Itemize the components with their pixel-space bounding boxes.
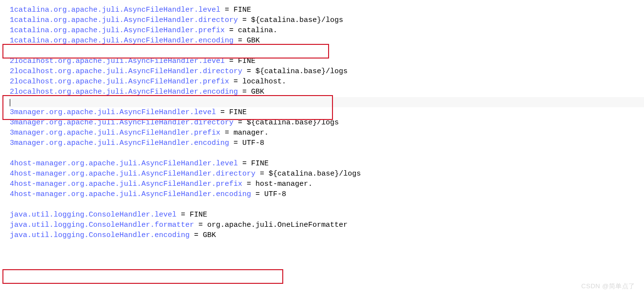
code-line[interactable] [10,97,644,107]
code-line[interactable]: java.util.logging.ConsoleHandler.encodin… [10,230,644,240]
equals-sign: = [190,231,203,239]
code-line[interactable] [10,199,644,210]
code-line[interactable] [10,46,644,56]
equals-sign: = [225,57,238,65]
code-line[interactable]: 3manager.org.apache.juli.AsyncFileHandle… [10,107,644,118]
code-line[interactable]: 4host-manager.org.apache.juli.AsyncFileH… [10,179,644,189]
code-line[interactable]: java.util.logging.ConsoleHandler.formatt… [10,220,644,230]
property-key: java.util.logging.ConsoleHandler.level [10,211,176,219]
property-value: FINE [229,108,247,117]
property-value: ${catalina.base}/logs [251,16,343,24]
code-line[interactable]: 3manager.org.apache.juli.AsyncFileHandle… [10,118,644,128]
code-line[interactable]: 2localhost.org.apache.juli.AsyncFileHand… [10,77,644,87]
code-line[interactable]: 4host-manager.org.apache.juli.AsyncFileH… [10,169,644,179]
property-key: java.util.logging.ConsoleHandler.formatt… [10,221,194,229]
equals-sign: = [176,211,190,219]
equals-sign: = [225,26,238,35]
equals-sign: = [229,78,242,86]
code-editor[interactable]: 1catalina.org.apache.juli.AsyncFileHandl… [0,0,644,240]
equals-sign: = [238,16,251,24]
property-key: 1catalina.org.apache.juli.AsyncFileHandl… [10,6,220,14]
equals-sign: = [216,108,229,117]
equals-sign: = [255,170,269,178]
property-key: 1catalina.org.apache.juli.AsyncFileHandl… [10,37,234,45]
property-key: 3manager.org.apache.juli.AsyncFileHandle… [10,119,234,127]
property-value: org.apache.juli.OneLineFormatter [207,221,348,229]
equals-sign: = [242,180,255,188]
property-key: 3manager.org.apache.juli.AsyncFileHandle… [10,139,229,147]
equals-sign: = [234,119,247,127]
equals-sign: = [194,221,207,229]
property-key: 4host-manager.org.apache.juli.AsyncFileH… [10,170,255,178]
equals-sign: = [251,190,264,198]
equals-sign: = [220,129,234,137]
property-value: GBK [203,231,216,239]
code-line[interactable]: 3manager.org.apache.juli.AsyncFileHandle… [10,128,644,138]
property-key: 3manager.org.apache.juli.AsyncFileHandle… [10,129,220,137]
property-key: 1catalina.org.apache.juli.AsyncFileHandl… [10,26,225,35]
property-value: localhost. [242,78,286,86]
code-line[interactable]: 1catalina.org.apache.juli.AsyncFileHandl… [10,36,644,46]
code-line[interactable]: 4host-manager.org.apache.juli.AsyncFileH… [10,158,644,169]
equals-sign: = [238,159,251,168]
code-line[interactable]: 1catalina.org.apache.juli.AsyncFileHandl… [10,5,644,15]
code-line[interactable]: 1catalina.org.apache.juli.AsyncFileHandl… [10,15,644,25]
property-key: 2localhost.org.apache.juli.AsyncFileHand… [10,67,242,76]
code-line[interactable]: java.util.logging.ConsoleHandler.level =… [10,210,644,220]
property-value: GBK [251,88,264,96]
property-value: ${catalina.base}/logs [255,67,348,76]
property-key: 1catalina.org.apache.juli.AsyncFileHandl… [10,16,238,24]
code-line[interactable]: 2localhost.org.apache.juli.AsyncFileHand… [10,56,644,66]
property-value: ${catalina.base}/logs [269,170,361,178]
property-key: 2localhost.org.apache.juli.AsyncFileHand… [10,57,225,65]
code-line[interactable]: 3manager.org.apache.juli.AsyncFileHandle… [10,138,644,148]
property-key: 3manager.org.apache.juli.AsyncFileHandle… [10,108,216,117]
equals-sign: = [238,88,251,96]
text-cursor [10,99,10,106]
code-line[interactable]: 2localhost.org.apache.juli.AsyncFileHand… [10,66,644,77]
property-value: manager. [234,129,269,137]
code-line[interactable]: 2localhost.org.apache.juli.AsyncFileHand… [10,87,644,97]
property-key: java.util.logging.ConsoleHandler.encodin… [10,231,190,239]
property-value: FINE [234,6,251,14]
property-key: 2localhost.org.apache.juli.AsyncFileHand… [10,88,238,96]
property-value: GBK [247,37,260,45]
property-value: catalina. [238,26,277,35]
equals-sign: = [242,67,255,76]
property-key: 4host-manager.org.apache.juli.AsyncFileH… [10,159,238,168]
highlight-box [2,269,283,284]
property-value: UTF-8 [242,139,264,147]
equals-sign: = [229,139,242,147]
watermark-text: CSDN @简单点了 [581,281,635,291]
property-value: FINE [190,211,207,219]
property-value: host-manager. [255,180,312,188]
code-line[interactable]: 1catalina.org.apache.juli.AsyncFileHandl… [10,25,644,36]
property-key: 4host-manager.org.apache.juli.AsyncFileH… [10,180,242,188]
code-line[interactable]: 4host-manager.org.apache.juli.AsyncFileH… [10,189,644,199]
code-line[interactable] [10,148,644,158]
property-value: ${catalina.base}/logs [247,119,339,127]
equals-sign: = [234,37,247,45]
property-value: UTF-8 [264,190,286,198]
property-key: 2localhost.org.apache.juli.AsyncFileHand… [10,78,229,86]
property-key: 4host-manager.org.apache.juli.AsyncFileH… [10,190,251,198]
property-value: FINE [238,57,255,65]
equals-sign: = [220,6,234,14]
property-value: FINE [251,159,269,168]
